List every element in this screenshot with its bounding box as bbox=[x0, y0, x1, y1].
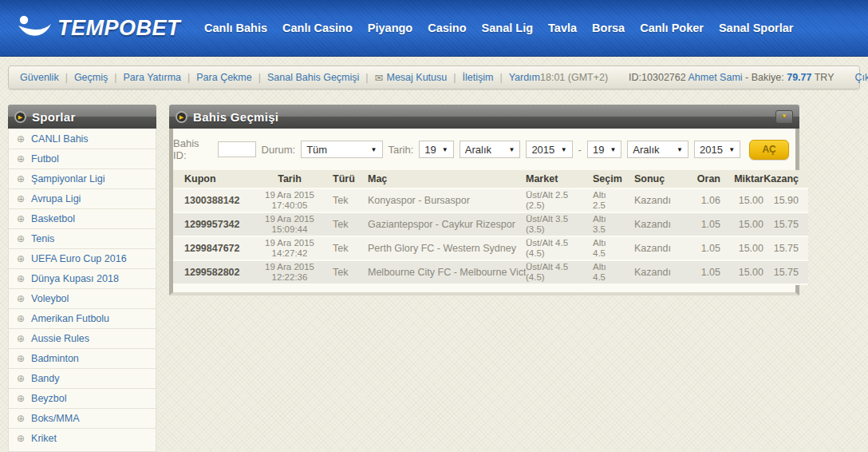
separator: | bbox=[365, 72, 368, 83]
nav-canli-bahis[interactable]: Canlı Bahis bbox=[204, 22, 267, 34]
separator: | bbox=[453, 72, 456, 83]
cell-tarih: 19 Ara 201515:09:44 bbox=[247, 213, 333, 237]
nav-casino[interactable]: Casino bbox=[428, 22, 466, 34]
from-year-select[interactable]: 2015▼ bbox=[526, 141, 572, 158]
user-info: ID:10302762 Ahmet Sami - Bakiye: 79.77 T… bbox=[629, 72, 834, 83]
link-yardim[interactable]: Yardım bbox=[509, 72, 540, 83]
from-month-select[interactable]: Aralık▼ bbox=[460, 141, 521, 158]
col-secim: Seçim bbox=[593, 170, 634, 189]
play-badge-icon: ▶ bbox=[176, 111, 187, 123]
cell-turu: Tek bbox=[333, 261, 368, 285]
sidebar-item-bandy[interactable]: ⊕Bandy bbox=[9, 368, 156, 388]
separator: | bbox=[499, 72, 502, 83]
nav-tavla[interactable]: Tavla bbox=[548, 22, 577, 34]
account-toolbar: Güvenlik| Geçmiş| Para Yatırma| Para Çek… bbox=[8, 65, 860, 89]
cell-miktar: 15.00 bbox=[720, 261, 763, 285]
sidebar-item-futbol[interactable]: ⊕Futbol bbox=[9, 149, 156, 169]
to-month-select[interactable]: Aralık▼ bbox=[627, 141, 688, 158]
collapse-button[interactable]: ▼ bbox=[775, 110, 793, 124]
table-row: 1299582802 19 Ara 201512:22:36 Tek Melbo… bbox=[173, 261, 808, 285]
sidebar-item-voleybol[interactable]: ⊕Voleybol bbox=[9, 288, 156, 308]
account-links: Güvenlik| Geçmiş| Para Yatırma| Para Çek… bbox=[20, 72, 540, 84]
col-kazanc: Kazanç bbox=[763, 170, 808, 189]
link-mesaj-kutusu[interactable]: ✉Mesaj Kutusu bbox=[375, 72, 448, 84]
cell-oran: 1.05 bbox=[685, 261, 720, 285]
link-gecmis[interactable]: Geçmiş bbox=[74, 72, 108, 83]
bahis-id-label: Bahis ID: bbox=[173, 137, 212, 161]
cell-sonuc: Kazandı bbox=[634, 213, 685, 237]
sidebar-item-canli-bahis[interactable]: ⊕CANLI Bahis bbox=[9, 129, 156, 149]
cell-kazanc: 15.75 bbox=[763, 237, 808, 261]
user-name[interactable]: Ahmet Sami bbox=[688, 72, 743, 83]
cell-secim: Altı3.5 bbox=[593, 213, 634, 237]
separator: | bbox=[114, 72, 116, 83]
balance-label: - Bakiye: bbox=[745, 72, 784, 83]
nav-canli-casino[interactable]: Canlı Casino bbox=[282, 22, 353, 34]
sidebar-item-tenis[interactable]: ⊕Tenis bbox=[9, 228, 156, 248]
bet-history-panel: ▶ Bahis Geçmişi ▼ Bahis ID: Durum: Tüm▼ … bbox=[169, 105, 799, 295]
to-day-select[interactable]: 19▼ bbox=[587, 141, 621, 158]
nav-canli-poker[interactable]: Canlı Poker bbox=[640, 22, 704, 34]
panel-body: Bahis ID: Durum: Tüm▼ Tarih: 19▼ Aralık▼… bbox=[169, 129, 799, 295]
cell-mac: Perth Glory FC - Western Sydney bbox=[368, 237, 526, 261]
link-para-cekme[interactable]: Para Çekme bbox=[196, 72, 251, 83]
sidebar-title: Sporlar bbox=[32, 110, 76, 124]
sidebar-item-amerikan-futbolu[interactable]: ⊕Amerikan Futbolu bbox=[9, 308, 156, 328]
nav-borsa[interactable]: Borsa bbox=[592, 22, 625, 34]
search-button[interactable]: AÇ bbox=[749, 140, 789, 160]
sidebar-item-aussie-rules[interactable]: ⊕Aussie Rules bbox=[9, 328, 156, 348]
col-kupon: Kupon bbox=[173, 170, 247, 189]
sidebar-item-uefa-euro-cup-2016[interactable]: ⊕UEFA Euro Cup 2016 bbox=[9, 248, 156, 268]
cell-kazanc: 15.90 bbox=[763, 189, 808, 213]
plus-circle-icon: ⊕ bbox=[17, 273, 25, 284]
col-oran: Oran bbox=[685, 170, 720, 189]
cell-market: Üst/Alt 3.5(3.5) bbox=[526, 213, 593, 237]
cell-market: Üst/Alt 2.5(2.5) bbox=[526, 189, 593, 213]
cell-kupon: 1300388142 bbox=[173, 189, 247, 213]
from-day-select[interactable]: 19▼ bbox=[419, 141, 453, 158]
nav-sanal-sporlar[interactable]: Sanal Sporlar bbox=[719, 22, 793, 34]
plus-circle-icon: ⊕ bbox=[17, 133, 25, 145]
cell-kazanc: 15.75 bbox=[763, 261, 808, 285]
main-nav: Canlı Bahis Canlı Casino Piyango Casino … bbox=[204, 22, 793, 34]
durum-select[interactable]: Tüm▼ bbox=[301, 141, 382, 158]
chevron-down-icon: ▼ bbox=[508, 146, 515, 153]
panel-header: ▶ Bahis Geçmişi ▼ bbox=[169, 105, 799, 129]
cell-kazanc: 15.75 bbox=[763, 213, 808, 237]
content-area: ▶ Sporlar ⊕CANLI Bahis ⊕Futbol ⊕Şampiyon… bbox=[0, 89, 868, 452]
page-title: Bahis Geçmişi bbox=[193, 110, 278, 124]
link-para-yatirma[interactable]: Para Yatırma bbox=[124, 72, 182, 83]
plus-circle-icon: ⊕ bbox=[17, 393, 25, 404]
sidebar-item-kriket[interactable]: ⊕Kriket bbox=[9, 428, 156, 448]
nav-sanal-lig[interactable]: Sanal Lig bbox=[482, 22, 533, 34]
bahis-id-input[interactable] bbox=[218, 141, 256, 157]
cell-oran: 1.05 bbox=[685, 237, 720, 261]
sidebar-item-beyzbol[interactable]: ⊕Beyzbol bbox=[9, 388, 156, 408]
sidebar-item-sampiyonlar-ligi[interactable]: ⊕Şampiyonlar Ligi bbox=[9, 169, 156, 188]
to-year-select[interactable]: 2015▼ bbox=[694, 141, 740, 158]
plus-circle-icon: ⊕ bbox=[17, 213, 25, 224]
cell-tarih: 19 Ara 201517:40:05 bbox=[247, 189, 333, 213]
chevron-down-icon: ▼ bbox=[610, 146, 616, 153]
sidebar-item-dunya-kupasi-2018[interactable]: ⊕Dünya Kupası 2018 bbox=[9, 268, 156, 288]
sidebar-item-avrupa-ligi[interactable]: ⊕Avrupa Ligi bbox=[9, 188, 156, 208]
col-market: Market bbox=[526, 170, 593, 189]
tempobet-logo[interactable]: TEMPOBET bbox=[16, 14, 180, 42]
cell-tarih: 19 Ara 201514:27:42 bbox=[247, 237, 333, 261]
balance-amount: 79.77 bbox=[787, 72, 811, 83]
logout-link[interactable]: Çıkış bbox=[855, 72, 868, 83]
link-iletisim[interactable]: İletişim bbox=[462, 72, 493, 83]
sidebar-item-basketbol[interactable]: ⊕Basketbol bbox=[9, 208, 156, 228]
sidebar-item-badminton[interactable]: ⊕Badminton bbox=[9, 348, 156, 368]
link-sanal-bahis-gecmisi[interactable]: Sanal Bahis Geçmişi bbox=[267, 72, 359, 83]
cell-turu: Tek bbox=[333, 189, 368, 213]
plus-circle-icon: ⊕ bbox=[17, 173, 25, 184]
envelope-icon: ✉ bbox=[375, 72, 384, 84]
cell-kupon: 1299847672 bbox=[173, 237, 247, 261]
link-guvenlik[interactable]: Güvenlik bbox=[20, 72, 59, 83]
sidebar-item-boks-mma[interactable]: ⊕Boks/MMA bbox=[9, 408, 156, 428]
nav-piyango[interactable]: Piyango bbox=[368, 22, 412, 34]
cell-market: Üst/Alt 4.5(4.5) bbox=[526, 261, 593, 285]
plus-circle-icon: ⊕ bbox=[17, 293, 25, 304]
chevron-down-icon: ▼ bbox=[442, 146, 448, 153]
